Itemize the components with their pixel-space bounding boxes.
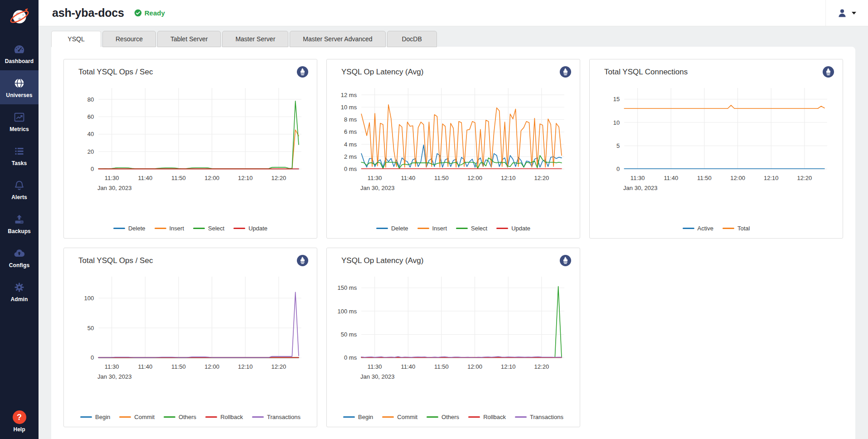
chart-card-1: Total YSQL Ops / Sec 11:3011:4011:5012:0… <box>63 59 317 239</box>
chart-plot[interactable]: 11:3011:4011:5012:0012:1012:20020406080J… <box>72 81 309 203</box>
chart-title: YSQL Op Latency (Avg) <box>335 254 423 265</box>
legend-label: Delete <box>391 225 408 232</box>
svg-text:10 ms: 10 ms <box>341 104 357 111</box>
svg-text:5: 5 <box>616 142 620 149</box>
svg-text:0: 0 <box>616 166 620 172</box>
legend-swatch <box>233 228 245 229</box>
legend-swatch <box>164 416 175 418</box>
chart-plot[interactable]: 11:3011:4011:5012:0012:1012:20050100Jan … <box>72 269 309 391</box>
legend-label: Transactions <box>530 414 563 420</box>
sidebar-item-backups[interactable]: Backups <box>0 206 39 240</box>
legend-swatch <box>417 228 429 229</box>
legend-label: Select <box>471 225 487 232</box>
prometheus-icon[interactable] <box>296 254 309 267</box>
tab-docdb[interactable]: DocDB <box>387 31 437 47</box>
tab-label: DocDB <box>402 35 422 43</box>
svg-text:Jan 30, 2023: Jan 30, 2023 <box>360 373 394 380</box>
chart-plot[interactable]: 11:3011:4011:5012:0012:1012:200 ms2 ms4 … <box>335 81 572 203</box>
user-icon <box>837 8 848 19</box>
tab-bar: YSQLResourceTablet ServerMaster ServerMa… <box>51 31 855 47</box>
svg-text:12:00: 12:00 <box>204 175 219 181</box>
tab-label: YSQL <box>68 35 84 43</box>
prometheus-icon[interactable] <box>296 66 309 78</box>
sidebar-item-dashboard[interactable]: Dashboard <box>0 36 39 70</box>
sidebar-item-admin[interactable]: Admin <box>0 274 39 308</box>
page-title: ash-yba-docs <box>52 6 124 20</box>
tab-master-server-advanced[interactable]: Master Server Advanced <box>290 31 385 47</box>
svg-text:50 ms: 50 ms <box>341 331 357 338</box>
sidebar-item-label: Help <box>13 426 25 433</box>
admin-gear-icon <box>13 281 25 293</box>
svg-text:2 ms: 2 ms <box>344 153 357 160</box>
user-menu[interactable] <box>825 0 868 26</box>
yugabyte-logo[interactable] <box>0 0 39 32</box>
metrics-chart-icon <box>13 111 25 123</box>
legend-swatch <box>427 416 438 418</box>
legend-swatch <box>113 228 125 229</box>
legend-swatch <box>376 228 388 229</box>
prometheus-icon[interactable] <box>559 254 572 267</box>
svg-text:12:10: 12:10 <box>238 363 253 370</box>
svg-text:12:20: 12:20 <box>272 363 286 370</box>
svg-text:12 ms: 12 ms <box>341 92 357 98</box>
legend-swatch <box>343 416 355 418</box>
svg-text:60: 60 <box>87 113 94 120</box>
sidebar-item-alerts[interactable]: Alerts <box>0 172 39 206</box>
prometheus-icon[interactable] <box>822 66 834 78</box>
svg-text:Jan 30, 2023: Jan 30, 2023 <box>97 185 131 191</box>
svg-text:12:00: 12:00 <box>467 363 482 370</box>
sidebar-item-label: Dashboard <box>5 58 34 64</box>
legend-label: Rollback <box>483 414 506 420</box>
svg-text:11:30: 11:30 <box>630 175 645 181</box>
legend-swatch <box>80 416 92 418</box>
legend-label: Total <box>737 225 750 232</box>
legend-item-others: Others <box>164 414 196 420</box>
legend-swatch <box>723 228 734 229</box>
svg-text:11:30: 11:30 <box>368 175 382 181</box>
sidebar-item-tasks[interactable]: Tasks <box>0 138 39 172</box>
sidebar-item-configs[interactable]: Configs <box>0 240 39 274</box>
legend-label: Select <box>208 225 224 232</box>
svg-text:12:10: 12:10 <box>501 363 516 370</box>
configs-cloud-icon <box>13 247 25 259</box>
legend-item-total: Total <box>723 225 750 232</box>
chart-plot[interactable]: 11:3011:4011:5012:0012:1012:200 ms50 ms1… <box>335 269 572 391</box>
legend-item-delete: Delete <box>376 225 408 232</box>
svg-text:11:30: 11:30 <box>105 175 119 181</box>
tab-tablet-server[interactable]: Tablet Server <box>157 31 221 47</box>
chart-title: YSQL Op Latency (Avg) <box>335 66 423 77</box>
sidebar-item-metrics[interactable]: Metrics <box>0 104 39 138</box>
chart-title: Total YSQL Ops / Sec <box>72 254 153 265</box>
svg-text:12:20: 12:20 <box>272 175 286 181</box>
legend-label: Begin <box>95 414 110 420</box>
legend-swatch <box>382 416 394 418</box>
chart-plot[interactable]: 11:3011:4011:5012:0012:1012:20051015Jan … <box>598 81 834 203</box>
legend-swatch <box>193 228 205 229</box>
tab-label: Resource <box>116 35 143 43</box>
sidebar-item-help[interactable]: ? Help <box>0 405 39 439</box>
prometheus-icon[interactable] <box>559 66 572 78</box>
sidebar-item-universes[interactable]: Universes <box>0 70 39 104</box>
chart-card-5: YSQL Op Latency (Avg) 11:3011:4011:5012:… <box>326 248 580 427</box>
legend-item-update: Update <box>496 225 530 232</box>
tab-ysql[interactable]: YSQL <box>51 31 101 47</box>
legend-label: Commit <box>134 414 155 420</box>
sidebar-item-label: Backups <box>8 228 31 234</box>
svg-text:Jan 30, 2023: Jan 30, 2023 <box>360 185 394 191</box>
check-circle-icon <box>134 9 142 17</box>
sidebar-item-label: Tasks <box>12 160 27 166</box>
svg-text:11:50: 11:50 <box>434 363 449 370</box>
sidebar-item-label: Admin <box>11 296 28 302</box>
svg-text:Jan 30, 2023: Jan 30, 2023 <box>97 373 131 380</box>
legend-item-begin: Begin <box>80 414 110 420</box>
legend-item-update: Update <box>233 225 267 232</box>
svg-text:12:00: 12:00 <box>467 175 482 181</box>
legend-item-transactions: Transactions <box>515 414 563 420</box>
legend-swatch <box>515 416 527 418</box>
svg-text:0: 0 <box>91 354 94 361</box>
svg-text:100 ms: 100 ms <box>337 308 357 315</box>
main-area: ash-yba-docs Ready YSQLResourceT <box>39 0 868 439</box>
tab-master-server[interactable]: Master Server <box>222 31 288 47</box>
tasks-list-icon <box>13 145 25 157</box>
tab-resource[interactable]: Resource <box>102 31 156 47</box>
